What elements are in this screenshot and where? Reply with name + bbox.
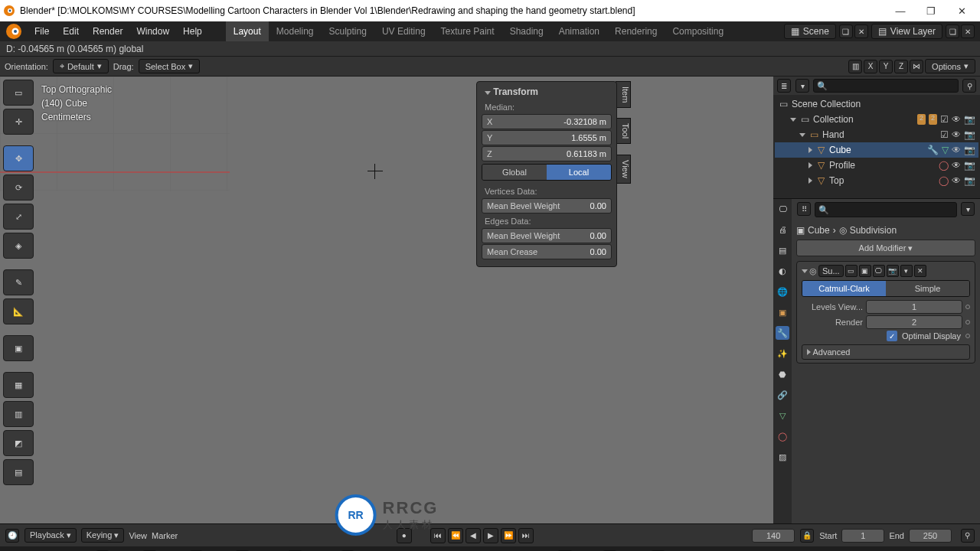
modifier-name-field[interactable]: Su... [818,265,844,277]
menu-edit[interactable]: Edit [56,26,86,37]
tool-select-box[interactable]: ▭ [3,80,34,106]
workspace-texturepaint[interactable]: Texture Paint [433,21,502,41]
automerge-toggle[interactable]: ⋈ [910,60,923,73]
timeline-editor-icon[interactable]: 🕘 [5,529,19,543]
scene-selector[interactable]: ▦ Scene [784,24,836,39]
tree-hand[interactable]: ▭Hand ☑👁📷 [775,127,978,142]
tree-collection[interactable]: ▭Collection 22☑👁📷 [775,112,978,127]
tool-move[interactable]: ✥ [3,145,34,171]
sidebar-tab-tool[interactable]: Tool [616,118,631,144]
tool-inset-faces[interactable]: ▥ [3,401,34,427]
sidebar-tab-view[interactable]: View [616,155,631,184]
prop-tab-physics[interactable]: ⬣ [776,367,789,381]
tool-annotate[interactable]: ✎ [3,269,34,295]
prop-tab-texture[interactable]: ▨ [776,450,789,464]
edge-bevel-weight-field[interactable]: Mean Bevel Weight0.00 [482,228,612,243]
tool-scale[interactable]: ⤢ [3,204,34,230]
eye-icon[interactable]: 👁 [952,114,961,125]
median-x-field[interactable]: X-0.32108 m [482,114,612,129]
advanced-subpanel[interactable]: Advanced [802,344,970,360]
end-frame-field[interactable]: 250 [909,529,952,543]
play-reverse-button[interactable]: ◀ [466,528,481,543]
menu-render[interactable]: Render [86,26,129,37]
tree-top[interactable]: ▽Top ◯👁📷 [775,173,978,188]
subdivision-type-toggle[interactable]: Catmull-ClarkSimple [802,280,970,297]
prop-tab-particles[interactable]: ✨ [776,347,789,360]
orientation-dropdown[interactable]: ⌖ Default ▾ [53,59,109,73]
chevron-down-icon[interactable] [790,118,796,122]
drag-dropdown[interactable]: Select Box ▾ [139,59,201,73]
levels-render-field[interactable]: 2 [866,315,962,329]
workspace-animation[interactable]: Animation [551,21,607,41]
prop-tab-scene[interactable]: ◐ [776,264,789,278]
timeline-view-menu[interactable]: View [129,531,147,540]
menu-file[interactable]: File [28,26,56,37]
eye-icon[interactable]: 👁 [952,145,961,155]
levels-viewport-field[interactable]: 1 [866,300,962,314]
tool-measure[interactable]: 📐 [3,298,34,324]
chevron-right-icon[interactable] [808,162,812,168]
prop-tab-output[interactable]: 🖨 [776,223,789,236]
median-z-field[interactable]: Z0.61183 m [482,146,612,161]
mirror-x[interactable]: X [864,60,877,73]
prop-tab-mesh[interactable]: ▽ [776,409,789,422]
options-dropdown[interactable]: Options ▾ [925,59,975,73]
timeline-playback-menu[interactable]: Playback ▾ [24,528,77,543]
properties-search[interactable]: 🔍 [815,202,957,217]
camera-icon[interactable]: 📷 [964,175,975,186]
menu-window[interactable]: Window [129,26,176,37]
tool-add-cube[interactable]: ▣ [3,335,34,361]
viewlayer-delete-button[interactable]: ✕ [961,24,975,38]
camera-icon[interactable]: 📷 [964,114,975,125]
tool-transform[interactable]: ◈ [3,233,34,259]
keyframe-dot[interactable] [965,305,970,309]
current-frame-field[interactable]: 140 [752,529,795,543]
frame-range-lock-icon[interactable]: 🔒 [800,529,814,543]
mod-show-editmode-icon[interactable]: ▣ [859,265,871,277]
tool-loop-cut[interactable]: ▤ [3,459,34,485]
mod-show-render-icon[interactable]: 📷 [887,265,899,277]
chevron-down-icon[interactable] [802,269,808,273]
outliner-filter-button[interactable]: ⚲ [962,79,976,93]
tool-rotate[interactable]: ⟳ [3,174,34,201]
properties-options-icon[interactable]: ⠿ [797,202,811,216]
vertex-bevel-weight-field[interactable]: Mean Bevel Weight0.00 [482,198,612,214]
jump-end-button[interactable]: ⏭ [518,528,534,543]
eye-icon[interactable]: 👁 [952,129,961,140]
camera-icon[interactable]: 📷 [964,145,975,155]
edge-crease-field[interactable]: Mean Crease0.00 [482,244,612,259]
blender-logo-icon[interactable] [5,22,23,41]
add-modifier-button[interactable]: Add Modifier ▾ [796,240,975,256]
workspace-modeling[interactable]: Modeling [269,21,322,41]
eye-icon[interactable]: 👁 [952,160,961,171]
timeline-filter-icon[interactable]: ⚲ [961,529,975,543]
prop-tab-viewlayer[interactable]: ▤ [776,243,789,257]
camera-icon[interactable]: 📷 [964,129,975,140]
maximize-button[interactable]: ❐ [916,5,946,17]
workspace-uvediting[interactable]: UV Editing [374,21,433,41]
workspace-compositing[interactable]: Compositing [665,21,731,41]
mod-delete-icon[interactable]: ✕ [914,265,926,277]
prop-tab-world[interactable]: 🌐 [776,285,789,298]
tree-scene-collection[interactable]: ▭Scene Collection [775,96,978,112]
chevron-down-icon[interactable] [485,91,491,95]
chevron-down-icon[interactable] [799,133,805,137]
start-frame-field[interactable]: 1 [841,529,884,543]
prop-tab-render[interactable]: 🖵 [776,202,789,216]
scene-new-button[interactable]: ❏ [839,24,853,38]
properties-pin-icon[interactable]: ▾ [961,202,975,216]
mod-show-oncage-icon[interactable]: ▭ [845,265,858,277]
sidebar-tab-item[interactable]: Item [616,81,631,108]
mirror-y[interactable]: Y [879,60,893,73]
mirror-z[interactable]: Z [894,60,908,73]
workspace-rendering[interactable]: Rendering [607,21,665,41]
eye-icon[interactable]: 👁 [952,175,961,186]
outliner-display-mode[interactable]: ≣ [777,79,791,93]
menu-help[interactable]: Help [176,26,209,37]
mirror-toggle[interactable]: ▥ [848,60,862,73]
tree-profile[interactable]: ▽Profile ◯👁📷 [775,158,978,173]
prop-tab-constraints[interactable]: 🔗 [776,388,789,402]
workspace-layout[interactable]: Layout [226,21,269,41]
timeline-keying-menu[interactable]: Keying ▾ [81,528,125,543]
outliner-search[interactable]: 🔍 [813,79,959,93]
